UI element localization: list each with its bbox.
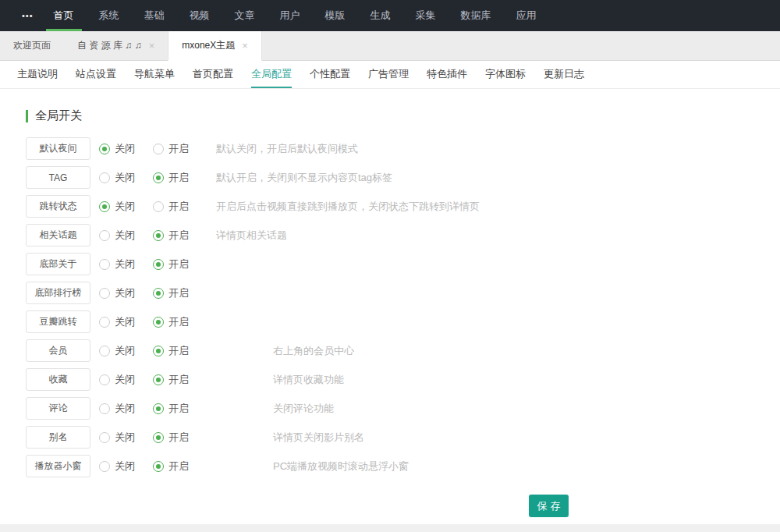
setting-row-night-mode: 默认夜间 关闭 开启 默认关闭，开启后默认夜间模式 [26,134,780,163]
radio-closed[interactable]: 关闭 [99,286,153,300]
radio-label: 关闭 [115,200,135,214]
radio-label: 开启 [168,344,189,358]
setting-label-button[interactable]: TAG [26,166,90,189]
subtab-home-config[interactable]: 首页配置 [193,61,233,88]
radio-closed[interactable]: 关闭 [99,431,153,445]
setting-label-button[interactable]: 相关话题 [26,224,90,246]
setting-label-button[interactable]: 底部排行榜 [26,282,90,304]
setting-row-related-topics: 相关话题 关闭 开启 详情页相关话题 [26,221,780,250]
setting-description: 详情页收藏功能 [273,373,344,387]
subtab-personal-config[interactable]: 个性配置 [310,61,350,88]
setting-description: PC端播放视频时滚动悬浮小窗 [273,459,409,473]
radio-open[interactable]: 开启 [153,171,207,185]
nav-item-basic[interactable]: 基础 [136,0,172,31]
setting-label-button[interactable]: 收藏 [26,368,90,391]
radio-icon [99,288,110,299]
radio-open[interactable]: 开启 [153,344,207,358]
more-menu-icon[interactable]: ••• [22,11,34,20]
setting-label-button[interactable]: 默认夜间 [26,137,90,160]
radio-open[interactable]: 开启 [153,402,207,416]
radio-open[interactable]: 开启 [153,459,207,473]
global-switch-panel: 全局开关 默认夜间 关闭 开启 默认关闭，开启后默认夜间模式 TAG 关闭 开启… [0,89,780,517]
setting-label-button[interactable]: 播放器小窗 [26,455,90,477]
close-icon[interactable]: × [149,40,155,51]
radio-open[interactable]: 开启 [153,286,207,300]
setting-row-alias: 别名 关闭 开启 详情页关闭影片别名 [26,423,780,452]
close-icon[interactable]: × [242,40,248,51]
radio-label: 关闭 [115,315,135,329]
horizontal-scrollbar[interactable] [0,524,780,532]
radio-label: 开启 [168,315,189,329]
subtab-changelog[interactable]: 更新日志 [544,61,584,88]
radio-icon [153,230,164,241]
radio-icon [153,259,164,270]
radio-open[interactable]: 开启 [153,229,207,243]
tab-resource-library[interactable]: 自 资 源 库 ♫ ♫ × [64,31,168,60]
radio-label: 开启 [168,402,189,416]
setting-description: 默认关闭，开启后默认夜间模式 [216,142,358,156]
radio-icon [153,172,164,183]
nav-item-template[interactable]: 模版 [317,0,353,31]
setting-label-button[interactable]: 评论 [26,397,90,420]
nav-item-generate[interactable]: 生成 [363,0,399,31]
radio-closed[interactable]: 关闭 [99,142,153,156]
radio-icon [99,432,110,443]
nav-item-user[interactable]: 用户 [272,0,308,31]
tab-label: mxoneX主题 [182,39,235,52]
section-title: 全局开关 [26,108,780,123]
radio-label: 开启 [168,200,189,214]
radio-label: 开启 [168,373,189,387]
setting-row-tag: TAG 关闭 开启 默认开启，关闭则不显示内容页tag标签 [26,163,780,192]
save-button[interactable]: 保存 [529,495,569,517]
subtab-nav-menu[interactable]: 导航菜单 [134,61,175,88]
radio-label: 开启 [168,431,189,445]
setting-label-button[interactable]: 底部关于 [26,253,90,275]
setting-row-favorite: 收藏 关闭 开启 详情页收藏功能 [26,365,780,394]
radio-open[interactable]: 开启 [153,200,207,214]
radio-closed[interactable]: 关闭 [99,257,153,271]
radio-open[interactable]: 开启 [153,142,207,156]
subtab-global-config[interactable]: 全局配置 [251,61,292,88]
section-accent-bar [26,110,28,122]
radio-label: 关闭 [115,431,135,445]
radio-icon [153,317,164,328]
setting-label-button[interactable]: 会员 [26,339,90,362]
setting-label-button[interactable]: 别名 [26,426,90,449]
setting-row-douban-jump: 豆瓣跳转 关闭 开启 [26,307,780,336]
subtab-theme-intro[interactable]: 主题说明 [17,61,58,88]
radio-open[interactable]: 开启 [153,431,207,445]
radio-closed[interactable]: 关闭 [99,402,153,416]
nav-item-collect[interactable]: 采集 [408,0,444,31]
nav-item-system[interactable]: 系统 [91,0,127,31]
radio-open[interactable]: 开启 [153,257,207,271]
nav-item-home[interactable]: 首页 [46,0,82,31]
setting-label-button[interactable]: 豆瓣跳转 [26,310,90,333]
tab-mxonex-theme[interactable]: mxoneX主题 × [168,31,262,61]
radio-label: 关闭 [115,171,135,185]
subtab-site-settings[interactable]: 站点设置 [76,61,116,88]
setting-label-button[interactable]: 跳转状态 [26,195,90,218]
radio-closed[interactable]: 关闭 [99,315,153,329]
radio-closed[interactable]: 关闭 [99,171,153,185]
nav-item-app[interactable]: 应用 [509,0,544,31]
radio-label: 开启 [168,142,189,156]
radio-closed[interactable]: 关闭 [99,229,153,243]
nav-item-database[interactable]: 数据库 [453,0,499,31]
nav-item-article[interactable]: 文章 [227,0,263,31]
radio-open[interactable]: 开启 [153,315,207,329]
subtab-ad-manage[interactable]: 广告管理 [368,61,409,88]
tab-welcome-page[interactable]: 欢迎页面 [0,31,64,60]
radio-closed[interactable]: 关闭 [99,373,153,387]
nav-item-video[interactable]: 视频 [182,0,218,31]
subtab-font-icons[interactable]: 字体图标 [485,61,526,88]
subtab-featured-plugins[interactable]: 特色插件 [427,61,467,88]
app-window: ••• 首页 系统 基础 视频 文章 用户 模版 生成 采集 数据库 应用 欢迎… [0,0,780,517]
radio-closed[interactable]: 关闭 [99,200,153,214]
radio-icon [153,432,164,443]
radio-closed[interactable]: 关闭 [99,344,153,358]
radio-open[interactable]: 开启 [153,373,207,387]
radio-closed[interactable]: 关闭 [99,459,153,473]
radio-icon [99,374,110,385]
setting-row-comment: 评论 关闭 开启 关闭评论功能 [26,394,780,423]
top-nav: ••• 首页 系统 基础 视频 文章 用户 模版 生成 采集 数据库 应用 [0,0,780,31]
